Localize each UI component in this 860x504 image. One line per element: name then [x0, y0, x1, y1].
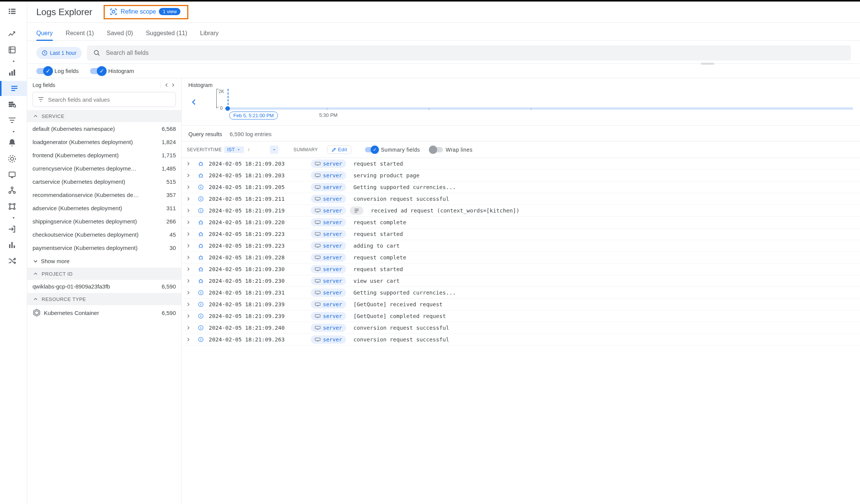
field-row[interactable]: checkoutservice (Kubernetes deployment)4…: [27, 228, 181, 241]
field-row[interactable]: Kubernetes Container 6,590: [27, 305, 181, 320]
histogram-time-chip[interactable]: Feb 5, 5:21:00 PM: [229, 112, 278, 119]
col-severity[interactable]: SEVERITY: [182, 145, 206, 155]
rail-item-shuffle[interactable]: [2, 253, 23, 268]
tab-query[interactable]: Query: [36, 30, 53, 40]
log-row[interactable]: 2024-02-05 18:21:09.228 server request c…: [182, 252, 860, 264]
log-row[interactable]: 2024-02-05 18:21:09.263 server conversio…: [182, 334, 860, 346]
log-row[interactable]: 2024-02-05 18:21:09.239 server [GetQuote…: [182, 310, 860, 322]
expand-row[interactable]: [182, 290, 195, 296]
histogram-back-button[interactable]: [188, 89, 200, 115]
log-row[interactable]: 2024-02-05 18:21:09.239 server [GetQuote…: [182, 299, 860, 310]
log-row[interactable]: 2024-02-05 18:21:09.223 server adding to…: [182, 240, 860, 252]
server-chip[interactable]: server: [311, 160, 346, 168]
rail-item-metrics[interactable]: [2, 26, 23, 42]
wrap-lines-toggle[interactable]: Wrap lines: [430, 147, 473, 153]
expand-row[interactable]: [182, 266, 195, 272]
drag-handle[interactable]: [701, 63, 714, 65]
summary-fields-toggle[interactable]: ✓ Summary fields: [365, 147, 420, 153]
time-range-chip[interactable]: Last 1 hour: [36, 47, 82, 59]
expand-row[interactable]: [182, 172, 195, 178]
group-header-service[interactable]: SERVICE: [27, 110, 181, 122]
field-row[interactable]: loadgenerator (Kubernetes deployment)1,8…: [27, 135, 181, 149]
expand-row[interactable]: [182, 313, 195, 319]
server-chip[interactable]: server: [311, 206, 346, 215]
expand-row[interactable]: [182, 208, 195, 214]
refine-scope-button[interactable]: Refine scope 1 view: [104, 5, 188, 19]
fields-search[interactable]: [33, 92, 176, 107]
field-row[interactable]: recommendationservice (Kubernetes de…357: [27, 188, 181, 202]
server-chip[interactable]: server: [311, 171, 346, 180]
expand-row[interactable]: [182, 337, 195, 343]
tab-library[interactable]: Library: [200, 30, 219, 40]
field-row[interactable]: paymentservice (Kubernetes deployment)30: [27, 241, 181, 254]
field-row[interactable]: default (Kubernetes namespace)6,568: [27, 122, 181, 135]
rail-item-bars[interactable]: [2, 65, 23, 80]
search-all-fields[interactable]: [87, 45, 851, 60]
server-chip[interactable]: server: [311, 335, 346, 344]
expand-row[interactable]: [182, 161, 195, 167]
rail-item-nodes[interactable]: [2, 183, 23, 198]
rail-item-uptime[interactable]: [2, 167, 23, 182]
group-header-resource[interactable]: RESOURCE TYPE: [27, 293, 181, 305]
expand-row[interactable]: [182, 243, 195, 249]
field-row[interactable]: frontend (Kubernetes deployment)1,715: [27, 149, 181, 162]
expand-row[interactable]: [182, 184, 195, 190]
expand-row[interactable]: [182, 278, 195, 284]
server-chip[interactable]: server: [311, 265, 346, 273]
server-chip[interactable]: server: [311, 183, 346, 191]
timezone-chip[interactable]: IST: [224, 146, 244, 153]
time-dropdown-button[interactable]: [270, 146, 278, 154]
log-fields-toggle[interactable]: ✓ Log fields: [36, 68, 79, 74]
fields-search-input[interactable]: [48, 96, 171, 103]
log-row[interactable]: 2024-02-05 18:21:09.205 server Getting s…: [182, 181, 860, 193]
field-row[interactable]: adservice (Kubernetes deployment)311: [27, 202, 181, 215]
search-all-input[interactable]: [106, 50, 845, 56]
server-chip[interactable]: server: [311, 218, 346, 226]
log-row[interactable]: 2024-02-05 18:21:09.211 server conversio…: [182, 193, 860, 205]
group-header-project[interactable]: PROJECT ID: [27, 268, 181, 280]
server-chip[interactable]: server: [311, 312, 346, 320]
edit-button[interactable]: Edit: [327, 145, 351, 154]
expand-row[interactable]: [182, 301, 195, 307]
rail-item-trace[interactable]: [2, 199, 23, 214]
tab-suggested[interactable]: Suggested (11): [146, 30, 187, 40]
server-chip[interactable]: server: [311, 288, 346, 297]
rail-item-logs[interactable]: [0, 81, 27, 96]
log-row[interactable]: 2024-02-05 18:21:09.219 server received …: [182, 205, 860, 217]
field-row[interactable]: currencyservice (Kubernetes deployme…1,4…: [27, 162, 181, 175]
log-row[interactable]: 2024-02-05 18:21:09.220 server request c…: [182, 217, 860, 228]
expand-row[interactable]: [182, 219, 195, 225]
log-row[interactable]: 2024-02-05 18:21:09.230 server request s…: [182, 264, 860, 275]
expand-row[interactable]: [182, 325, 195, 331]
expand-row[interactable]: [182, 231, 195, 237]
server-chip[interactable]: server: [311, 324, 346, 332]
rail-item-alerting[interactable]: [2, 135, 23, 150]
collapse-panel-button[interactable]: [160, 82, 176, 88]
log-row[interactable]: 2024-02-05 18:21:09.203 server serving p…: [182, 170, 860, 181]
rail-item-login[interactable]: [2, 222, 23, 237]
field-row[interactable]: shippingservice (Kubernetes deployment)2…: [27, 215, 181, 228]
expand-row[interactable]: [182, 196, 195, 202]
tab-recent[interactable]: Recent (1): [66, 30, 94, 40]
log-row[interactable]: 2024-02-05 18:21:09.231 server Getting s…: [182, 287, 860, 299]
rail-item-stats[interactable]: [2, 237, 23, 253]
field-row[interactable]: cartservice (Kubernetes deployment)515: [27, 175, 181, 188]
rail-item-dashboards[interactable]: [2, 42, 23, 57]
log-row[interactable]: 2024-02-05 18:21:09.240 server conversio…: [182, 322, 860, 334]
server-chip[interactable]: server: [311, 195, 346, 203]
rail-item-list[interactable]: [2, 4, 23, 19]
histogram-toggle[interactable]: ✓ Histogram: [90, 68, 134, 74]
expand-row[interactable]: [182, 254, 195, 261]
log-row[interactable]: 2024-02-05 18:21:09.230 server view user…: [182, 275, 860, 287]
rail-item-error[interactable]: [2, 151, 23, 166]
log-row[interactable]: 2024-02-05 18:21:09.203 server request s…: [182, 158, 860, 170]
server-chip[interactable]: server: [311, 277, 346, 285]
server-chip[interactable]: server: [311, 300, 346, 309]
histogram-chart[interactable]: 2K 0 Feb 5, 5:21:00 PM 5:30 PM: [202, 89, 853, 115]
server-chip[interactable]: server: [311, 242, 346, 250]
log-row[interactable]: 2024-02-05 18:21:09.223 server request s…: [182, 228, 860, 240]
tab-saved[interactable]: Saved (0): [107, 30, 133, 40]
show-more-button[interactable]: Show more: [27, 254, 181, 268]
field-row[interactable]: qwiklabs-gcp-01-8909a23fa3fb 6,590: [27, 280, 181, 293]
server-chip[interactable]: server: [311, 230, 346, 238]
